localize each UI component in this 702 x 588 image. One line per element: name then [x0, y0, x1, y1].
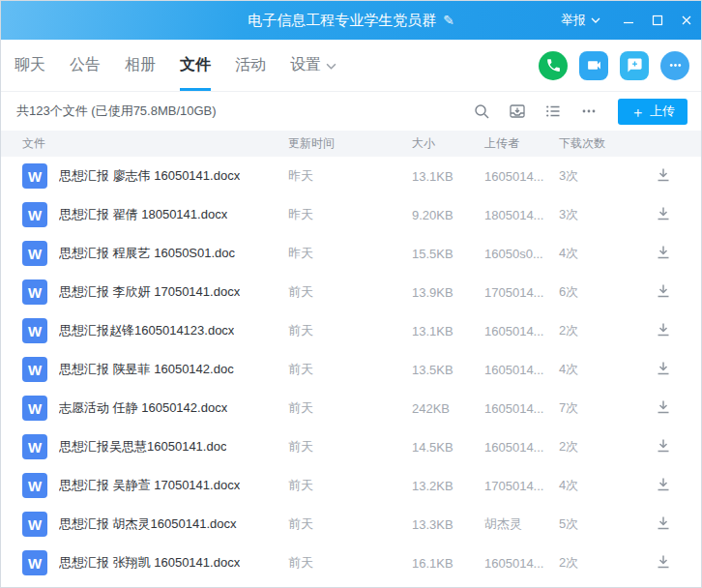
table-row[interactable]: W 志愿活动 任静 16050142.docx 前天 242KB 1605014…: [1, 389, 701, 427]
row-actions: [629, 282, 701, 302]
download-button[interactable]: [655, 244, 674, 263]
file-time: 前天: [288, 477, 412, 494]
file-uploader: 1605014...: [484, 324, 559, 338]
table-row[interactable]: W 思想汇报 翟倩 18050141.docx 昨天 9.20KB 180501…: [1, 195, 701, 234]
word-file-icon: W: [22, 473, 47, 498]
group-file-window: 电子信息工程专业学生党员群 ✎ 举报 聊天 公告 相册: [0, 0, 702, 588]
file-size: 13.2KB: [412, 479, 484, 493]
inbox-download-icon: [509, 103, 526, 120]
table-row[interactable]: W 思想汇报 张翔凯 16050141.docx 前天 16.1KB 16050…: [1, 544, 701, 582]
tab-label: 聊天: [15, 55, 45, 75]
download-button[interactable]: [655, 282, 674, 302]
tab-label: 活动: [235, 55, 266, 75]
file-time: 昨天: [288, 206, 412, 223]
video-call-button[interactable]: [579, 51, 608, 80]
file-size: 13.3KB: [412, 517, 484, 532]
file-size: 9.20KB: [412, 208, 484, 222]
download-icon: [655, 398, 672, 416]
file-time: 前天: [288, 322, 412, 339]
file-time: 前天: [288, 283, 412, 301]
download-icon: [655, 282, 672, 300]
download-icon: [655, 166, 672, 184]
table-row[interactable]: W 思想汇报 陕昱菲 16050142.doc 前天 13.5KB 160501…: [1, 350, 701, 389]
file-uploader: 1605014...: [484, 401, 559, 416]
download-button[interactable]: [655, 514, 674, 534]
file-time: 昨天: [288, 245, 412, 262]
file-name-cell: W 思想汇报赵锋1605014123.docx: [22, 318, 288, 343]
file-name-cell: W 思想汇报 翟倩 18050141.docx: [22, 202, 288, 227]
upload-label: 上传: [650, 103, 675, 120]
table-row[interactable]: W 思想汇报 胡杰灵16050141.docx 前天 13.3KB 胡杰灵 5次: [1, 505, 701, 544]
tab-settings[interactable]: 设置: [290, 40, 336, 91]
file-size: 16.1KB: [412, 556, 484, 571]
file-name: 思想汇报 胡杰灵16050141.docx: [59, 515, 237, 533]
tab-announcement[interactable]: 公告: [70, 40, 101, 91]
file-name: 志愿活动 任静 16050142.docx: [59, 399, 227, 417]
download-button[interactable]: [655, 476, 674, 495]
row-actions: [629, 437, 701, 456]
table-row[interactable]: W 思想汇报 吴静萱 17050141.docx 前天 13.2KB 17050…: [1, 466, 701, 505]
table-row[interactable]: W 思想汇报 李欣妍 17050141.docx 前天 13.9KB 17050…: [1, 273, 701, 311]
download-button[interactable]: [655, 166, 674, 186]
search-icon: [473, 103, 490, 120]
file-time: 前天: [288, 554, 412, 572]
download-icon: [655, 360, 672, 377]
list-view-button[interactable]: [544, 103, 562, 120]
file-name: 思想汇报 李欣妍 17050141.docx: [59, 283, 240, 301]
table-row[interactable]: W 思想汇报赵锋1605014123.docx 前天 13.1KB 160501…: [1, 311, 701, 350]
table-row[interactable]: W 思想汇报 廖志伟 16050141.docx 昨天 13.1KB 16050…: [1, 157, 701, 195]
word-file-icon: W: [22, 202, 47, 227]
download-button[interactable]: [655, 553, 674, 573]
file-time: 前天: [288, 438, 412, 456]
report-label: 举报: [561, 12, 586, 29]
tab-chat[interactable]: 聊天: [15, 40, 45, 91]
download-button[interactable]: [655, 398, 674, 418]
word-file-icon: W: [22, 241, 47, 266]
row-actions: [629, 398, 701, 418]
report-button[interactable]: 举报: [561, 12, 600, 29]
file-name: 思想汇报 陕昱菲 16050142.doc: [59, 361, 234, 378]
file-uploader: 1805014...: [484, 208, 559, 222]
tab-list: 聊天 公告 相册 文件 活动 设置: [15, 40, 361, 91]
file-count-summary: 共123个文件 (已使用75.8MB/10GB): [16, 103, 217, 120]
minimize-button[interactable]: [614, 1, 643, 40]
upload-button[interactable]: ＋ 上传: [618, 99, 687, 125]
table-row[interactable]: W 思想汇报 程展艺 16050S01.doc 昨天 15.5KB 16050s…: [1, 234, 701, 273]
file-size: 13.9KB: [412, 285, 484, 300]
tab-label: 文件: [180, 55, 211, 75]
table-row[interactable]: W 思想汇报吴思慧16050141.doc 前天 14.5KB 1605014.…: [1, 427, 701, 466]
file-time: 前天: [288, 361, 412, 378]
ellipsis-icon: [580, 103, 598, 120]
file-uploader: 1605014...: [484, 169, 559, 184]
file-name-cell: W 思想汇报 吴静萱 17050141.docx: [22, 473, 288, 498]
maximize-button[interactable]: [643, 1, 672, 40]
title-area: 电子信息工程专业学生党员群 ✎: [248, 1, 454, 40]
file-downloads: 4次: [559, 477, 629, 494]
download-button[interactable]: [655, 437, 674, 456]
new-chat-button[interactable]: [620, 51, 649, 80]
file-name: 思想汇报吴思慧16050141.doc: [59, 438, 226, 456]
tab-album[interactable]: 相册: [125, 40, 156, 91]
tab-activity[interactable]: 活动: [235, 40, 266, 91]
file-name-cell: W 思想汇报 廖志伟 16050141.docx: [22, 163, 288, 189]
close-button[interactable]: [672, 1, 701, 40]
more-actions-button[interactable]: [660, 51, 689, 80]
word-file-icon: W: [22, 279, 47, 305]
tab-files[interactable]: 文件: [180, 40, 211, 91]
more-options-button[interactable]: [580, 103, 598, 120]
download-button[interactable]: [655, 205, 674, 224]
file-uploader: 1605014...: [484, 556, 559, 571]
file-downloads: 5次: [559, 515, 629, 533]
download-button[interactable]: [655, 321, 674, 340]
edit-title-icon[interactable]: ✎: [443, 13, 454, 28]
download-manager-button[interactable]: [509, 103, 526, 120]
file-downloads: 4次: [559, 245, 629, 262]
file-name: 思想汇报赵锋1605014123.docx: [59, 322, 234, 339]
word-file-icon: W: [22, 318, 47, 343]
voice-call-button[interactable]: [539, 51, 568, 80]
download-button[interactable]: [655, 360, 674, 379]
word-file-icon: W: [22, 434, 47, 459]
file-time: 前天: [288, 399, 412, 417]
file-name-cell: W 思想汇报 张翔凯 16050141.docx: [22, 550, 288, 575]
search-button[interactable]: [473, 103, 490, 120]
